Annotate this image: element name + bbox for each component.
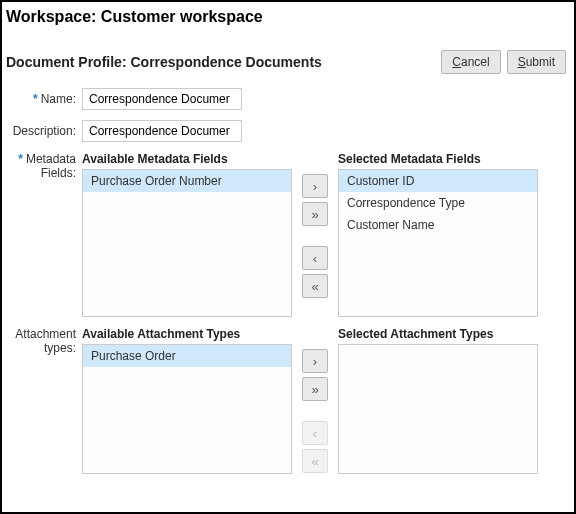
- metadata-mover-col: › » ‹ «: [298, 152, 332, 317]
- metadata-label: Metadata Fields:: [6, 152, 82, 317]
- move-right-all-button[interactable]: »: [302, 377, 328, 401]
- attachment-available-list[interactable]: Purchase Order: [82, 344, 292, 474]
- move-left-all-button[interactable]: «: [302, 274, 328, 298]
- cancel-button[interactable]: Cancel: [441, 50, 500, 74]
- attachment-dual-list: Available Attachment Types Purchase Orde…: [82, 327, 566, 474]
- attachment-selected-title: Selected Attachment Types: [338, 327, 538, 341]
- chevron-double-left-icon: «: [311, 455, 318, 468]
- workspace-prefix: Workspace:: [6, 8, 101, 25]
- workspace-title: Workspace: Customer workspace: [6, 8, 566, 26]
- description-input[interactable]: [82, 120, 242, 142]
- chevron-right-icon: ›: [313, 355, 317, 368]
- move-left-button: ‹: [302, 421, 328, 445]
- move-left-button[interactable]: ‹: [302, 246, 328, 270]
- profile-prefix: Document Profile:: [6, 54, 130, 70]
- action-buttons: Cancel Submit: [441, 50, 566, 74]
- metadata-available-title: Available Metadata Fields: [82, 152, 292, 166]
- workspace-name: Customer workspace: [101, 8, 263, 25]
- name-input[interactable]: [82, 88, 242, 110]
- chevron-right-icon: ›: [313, 180, 317, 193]
- metadata-row: Metadata Fields: Available Metadata Fiel…: [6, 152, 566, 317]
- metadata-selected-list[interactable]: Customer ID Correspondence Type Customer…: [338, 169, 538, 317]
- list-item[interactable]: Customer Name: [339, 214, 537, 236]
- attachment-selected-col: Selected Attachment Types: [338, 327, 538, 474]
- move-right-button[interactable]: ›: [302, 174, 328, 198]
- chevron-double-right-icon: »: [311, 208, 318, 221]
- description-row: Description:: [6, 120, 566, 142]
- metadata-dual-list: Available Metadata Fields Purchase Order…: [82, 152, 566, 317]
- cancel-suffix: ancel: [461, 55, 490, 69]
- metadata-available-col: Available Metadata Fields Purchase Order…: [82, 152, 292, 317]
- submit-button[interactable]: Submit: [507, 50, 566, 74]
- chevron-double-right-icon: »: [311, 383, 318, 396]
- profile-title: Document Profile: Correspondence Documen…: [6, 54, 322, 70]
- move-right-button[interactable]: ›: [302, 349, 328, 373]
- profile-name: Correspondence Documents: [130, 54, 321, 70]
- list-item[interactable]: Purchase Order Number: [83, 170, 291, 192]
- chevron-left-icon: ‹: [313, 427, 317, 440]
- list-item[interactable]: Purchase Order: [83, 345, 291, 367]
- attachment-mover-col: › » ‹ «: [298, 327, 332, 474]
- move-left-all-button: «: [302, 449, 328, 473]
- chevron-left-icon: ‹: [313, 252, 317, 265]
- list-item[interactable]: Correspondence Type: [339, 192, 537, 214]
- name-label: Name:: [6, 88, 82, 110]
- app-frame: Workspace: Customer workspace Document P…: [0, 0, 576, 514]
- name-row: Name:: [6, 88, 566, 110]
- attachment-available-col: Available Attachment Types Purchase Orde…: [82, 327, 292, 474]
- metadata-selected-col: Selected Metadata Fields Customer ID Cor…: [338, 152, 538, 317]
- chevron-double-left-icon: «: [311, 280, 318, 293]
- move-right-all-button[interactable]: »: [302, 202, 328, 226]
- metadata-available-list[interactable]: Purchase Order Number: [82, 169, 292, 317]
- attachment-row: Attachment types: Available Attachment T…: [6, 327, 566, 474]
- attachment-label: Attachment types:: [6, 327, 82, 474]
- metadata-selected-title: Selected Metadata Fields: [338, 152, 538, 166]
- description-label: Description:: [6, 120, 82, 142]
- submit-suffix: ubmit: [526, 55, 555, 69]
- attachment-selected-list[interactable]: [338, 344, 538, 474]
- list-item[interactable]: Customer ID: [339, 170, 537, 192]
- attachment-available-title: Available Attachment Types: [82, 327, 292, 341]
- profile-header-row: Document Profile: Correspondence Documen…: [6, 50, 566, 74]
